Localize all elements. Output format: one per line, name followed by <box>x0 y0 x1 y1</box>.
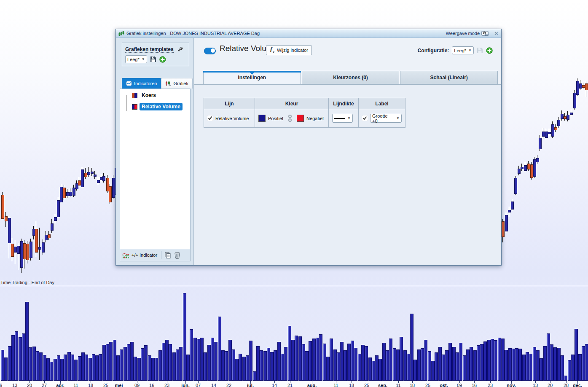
link-colors-icon[interactable] <box>288 115 292 122</box>
col-lijndikte: Lijndikte <box>329 98 359 109</box>
wrench-icon[interactable] <box>177 46 183 52</box>
candle <box>91 168 94 176</box>
tab-grafiek[interactable]: Grafiek <box>161 78 192 89</box>
duplicate-icon[interactable] <box>164 252 171 259</box>
volume-bar <box>379 359 382 381</box>
volume-bar <box>64 355 67 381</box>
save-template-button[interactable] <box>150 56 156 62</box>
volume-bar <box>120 349 123 381</box>
volume-bar <box>89 358 92 381</box>
volume-bar <box>435 352 438 381</box>
volume-bar <box>452 347 456 381</box>
volume-bar <box>428 351 431 381</box>
candle <box>551 121 554 138</box>
axis-label: 13 <box>533 383 538 387</box>
add-indicator-button[interactable]: +/+ Indicator <box>122 252 157 258</box>
templates-select-value: Leeg* <box>127 57 140 62</box>
tab-kleurzones[interactable]: Kleurzones (0) <box>302 71 400 84</box>
volume-bar <box>162 343 165 381</box>
volume-bar <box>113 340 116 381</box>
volume-bar <box>148 355 151 381</box>
tab-schaal[interactable]: Schaal (Lineair) <box>400 71 498 84</box>
close-icon[interactable]: ✕ <box>494 31 499 36</box>
candle <box>527 161 530 171</box>
view-mode-button[interactable]: Weergave mode <box>446 30 490 36</box>
volume-bar <box>491 339 494 381</box>
candle <box>585 81 588 97</box>
volume-bar <box>372 361 375 381</box>
tab-instellingen-label: Instellingen <box>238 75 266 81</box>
volume-bar <box>11 335 15 381</box>
axis-label: 23 <box>488 383 493 387</box>
volume-bar <box>263 351 267 381</box>
trash-icon[interactable] <box>174 252 180 259</box>
chart-wrench-icon <box>165 81 171 86</box>
axis-label: sep. <box>378 383 387 387</box>
negative-color-swatch[interactable] <box>297 115 304 122</box>
candle <box>561 110 564 121</box>
tab-instellingen[interactable]: Instellingen <box>203 71 301 84</box>
dialog-titlebar[interactable]: Grafiek instellingen - DOW JONES INDUSTR… <box>116 29 501 38</box>
volume-bar <box>463 355 466 381</box>
candle <box>508 207 511 217</box>
candle <box>81 167 84 188</box>
volume-bar <box>410 314 413 381</box>
linewidth-select[interactable]: ▼ <box>332 114 353 123</box>
tab-indicatoren[interactable]: Indicatoren <box>122 78 161 89</box>
label-enabled-checkbox[interactable] <box>362 116 368 121</box>
volume-bar <box>337 352 340 381</box>
volume-bar <box>127 344 130 381</box>
candle <box>539 135 542 151</box>
candle <box>72 185 75 197</box>
edit-indicator-label: Wijzig indicator <box>277 48 308 53</box>
configuration-select[interactable]: Leeg* ▼ <box>452 46 474 54</box>
save-configuration-button[interactable] <box>477 47 483 54</box>
label-size-select[interactable]: Grootte +0 ▼ <box>370 114 402 123</box>
axis-label: apr. <box>56 383 64 387</box>
volume-bar <box>211 338 214 381</box>
volume-bar <box>172 352 176 381</box>
chevron-down-icon: ▼ <box>347 116 351 120</box>
volume-bar <box>445 350 448 381</box>
volume-bar <box>134 357 137 381</box>
volume-bar <box>477 345 480 381</box>
axis-label: 25 <box>103 383 108 387</box>
col-lijn: Lijn <box>204 98 255 109</box>
candle <box>84 168 87 179</box>
templates-heading: Grafieken templates <box>125 46 174 53</box>
tree-item-relative-volume[interactable]: Relative Volume <box>132 103 183 110</box>
candle <box>48 231 51 240</box>
axis-label: 16 <box>472 383 477 387</box>
volume-bar <box>466 349 470 381</box>
tree-item-koers[interactable]: Koers <box>132 91 158 99</box>
volume-bar <box>46 358 50 381</box>
volume-bar <box>413 360 417 381</box>
volume-bar <box>225 351 228 381</box>
templates-select[interactable]: Leeg* ▼ <box>125 55 147 63</box>
volume-bar <box>487 340 491 381</box>
volume-bar <box>309 341 312 381</box>
candle <box>536 155 539 164</box>
dialog-sidebar: Grafieken templates Leeg* ▼ <box>116 38 194 265</box>
axis-label: okt. <box>440 383 448 387</box>
line-enabled-checkbox[interactable] <box>207 116 213 121</box>
volume-bar <box>78 356 81 381</box>
add-configuration-button[interactable] <box>486 47 493 54</box>
volume-bar <box>575 329 578 381</box>
volume-bar <box>585 344 588 381</box>
view-mode-label: Weergave mode <box>446 31 480 36</box>
tree-item-relative-volume-label: Relative Volume <box>140 103 183 110</box>
positive-color-swatch[interactable] <box>258 115 266 122</box>
edit-indicator-button[interactable]: ƒx Wijzig indicator <box>266 45 312 55</box>
volume-bar <box>473 350 477 381</box>
volume-bar <box>22 333 25 381</box>
candle <box>542 128 545 139</box>
add-template-button[interactable] <box>159 56 166 63</box>
volume-bar <box>60 359 64 381</box>
volume-bar <box>85 355 88 381</box>
indicator-toggle[interactable] <box>204 48 216 54</box>
candle <box>521 164 524 171</box>
volume-bar <box>389 339 392 381</box>
axis-label: 6 <box>0 383 2 387</box>
col-kleur: Kleur <box>255 98 329 109</box>
